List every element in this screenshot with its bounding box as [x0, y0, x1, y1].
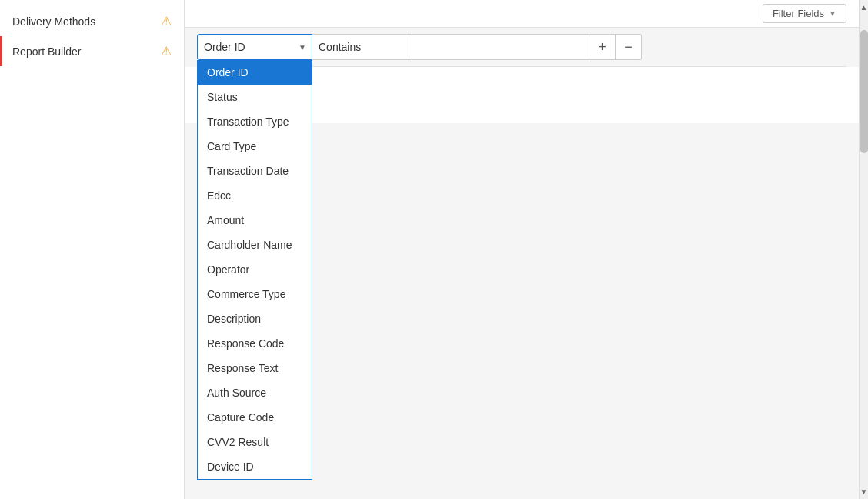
top-bar: Filter Fields ▼	[185, 0, 859, 28]
field-select-wrapper: Order ID Status Transaction Type Card Ty…	[197, 34, 312, 60]
filter-value-input[interactable]	[412, 34, 589, 60]
field-select[interactable]: Order ID Status Transaction Type Card Ty…	[197, 34, 312, 60]
dropdown-item[interactable]: Description	[198, 306, 312, 331]
dropdown-item[interactable]: Operator	[198, 257, 312, 282]
dropdown-list: Order IDStatusTransaction TypeCard TypeT…	[197, 60, 312, 480]
dropdown-item[interactable]: Response Code	[198, 331, 312, 356]
dropdown-item[interactable]: Response Text	[198, 356, 312, 380]
dropdown-item[interactable]: Capture Code	[198, 405, 312, 430]
dropdown-item[interactable]: Cardholder Name	[198, 233, 312, 257]
sidebar: Delivery Methods ⚠ Report Builder ⚠	[0, 0, 185, 499]
warning-icon-delivery: ⚠	[161, 14, 172, 28]
dropdown-item[interactable]: Auth Source	[198, 380, 312, 405]
scroll-down-arrow[interactable]: ▼	[860, 484, 868, 499]
dropdown-item[interactable]: Amount	[198, 208, 312, 233]
dropdown-item[interactable]: Edcc	[198, 183, 312, 208]
scroll-up-arrow[interactable]: ▲	[860, 0, 868, 15]
dropdown-item[interactable]: Transaction Type	[198, 109, 312, 134]
dropdown-item[interactable]: Order ID	[198, 60, 312, 85]
dropdown-item[interactable]: CVV2 Result	[198, 430, 312, 454]
sidebar-item-report-builder[interactable]: Report Builder ⚠	[0, 36, 184, 66]
dropdown-item[interactable]: Transaction Date	[198, 159, 312, 183]
sidebar-item-delivery-methods[interactable]: Delivery Methods ⚠	[0, 6, 184, 36]
operator-select[interactable]: Contains Equals Starts With Ends With Is…	[312, 34, 412, 60]
dropdown-item[interactable]: Card Type	[198, 134, 312, 159]
filter-fields-button[interactable]: Filter Fields ▼	[763, 4, 846, 23]
dropdown-item[interactable]: Commerce Type	[198, 282, 312, 306]
dropdown-item[interactable]: Device ID	[198, 454, 312, 479]
chevron-down-icon: ▼	[829, 9, 836, 18]
right-scrollbar[interactable]: ▲ ▼	[859, 0, 868, 499]
add-filter-button[interactable]: +	[589, 34, 616, 60]
remove-filter-button[interactable]: −	[616, 34, 642, 60]
filter-row: Order ID Status Transaction Type Card Ty…	[185, 28, 859, 66]
main-content: Filter Fields ▼ Order ID Status Transact…	[185, 0, 859, 499]
dropdown-item[interactable]: Status	[198, 85, 312, 109]
warning-icon-report: ⚠	[161, 44, 172, 59]
dropdown-list-inner[interactable]: Order IDStatusTransaction TypeCard TypeT…	[198, 60, 312, 479]
scrollbar-thumb[interactable]	[860, 30, 868, 153]
